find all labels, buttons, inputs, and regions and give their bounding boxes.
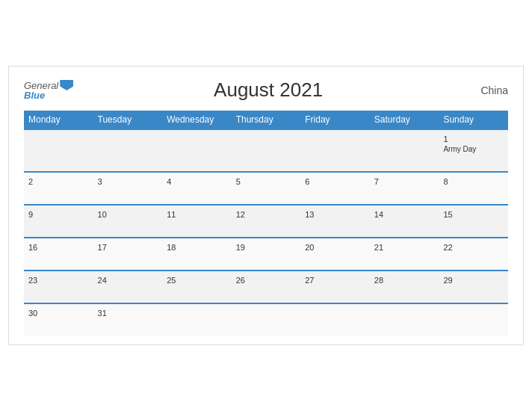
logo-general-text: General <box>24 81 58 90</box>
day-cell: 10 <box>93 205 163 238</box>
day-cell: 9 <box>24 205 93 238</box>
calendar-title: August 2021 <box>73 78 463 102</box>
day-cell: 25 <box>162 271 232 303</box>
weekday-header-saturday: Saturday <box>370 111 439 129</box>
day-cell <box>370 303 439 336</box>
day-cell: 18 <box>162 238 232 271</box>
day-number: 21 <box>374 243 435 252</box>
day-cell: 24 <box>93 271 163 303</box>
day-number: 18 <box>167 243 227 252</box>
week-row-3: 9101112131415 <box>24 205 508 238</box>
week-row-5: 23242526272829 <box>24 271 508 303</box>
day-cell: 3 <box>93 172 163 205</box>
day-cell <box>24 129 93 172</box>
day-number: 22 <box>443 243 504 252</box>
day-cell: 7 <box>370 172 439 205</box>
weekday-header-tuesday: Tuesday <box>93 111 163 129</box>
day-cell <box>439 303 508 336</box>
day-cell: 8 <box>439 172 508 205</box>
day-number: 11 <box>167 210 227 219</box>
weekday-header-monday: Monday <box>24 111 93 129</box>
day-number: 24 <box>98 276 158 285</box>
weekday-header-sunday: Sunday <box>439 111 508 129</box>
day-number: 23 <box>28 276 89 285</box>
day-cell: 21 <box>370 238 439 271</box>
day-cell <box>162 129 232 172</box>
day-number: 28 <box>374 276 435 285</box>
country-label: China <box>463 84 508 96</box>
day-cell <box>300 303 370 336</box>
day-cell <box>232 303 301 336</box>
day-cell: 28 <box>370 271 439 303</box>
day-cell: 5 <box>232 172 301 205</box>
day-cell <box>162 303 232 336</box>
week-row-6: 3031 <box>24 303 508 336</box>
day-cell <box>370 129 439 172</box>
day-number: 3 <box>98 177 158 186</box>
day-cell <box>232 129 301 172</box>
day-event: Army Day <box>443 145 504 153</box>
day-number: 17 <box>98 243 158 252</box>
day-cell: 6 <box>300 172 370 205</box>
day-cell: 11 <box>162 205 232 238</box>
day-cell <box>300 129 370 172</box>
weekday-header-friday: Friday <box>300 111 370 129</box>
day-cell: 12 <box>232 205 301 238</box>
day-cell <box>93 129 163 172</box>
day-number: 14 <box>374 210 435 219</box>
day-cell: 19 <box>232 238 301 271</box>
day-cell: 30 <box>24 303 93 336</box>
day-number: 5 <box>236 177 297 186</box>
day-number: 6 <box>305 177 365 186</box>
day-cell: 22 <box>439 238 508 271</box>
day-cell: 29 <box>439 271 508 303</box>
day-number: 15 <box>443 210 504 219</box>
day-number: 27 <box>305 276 365 285</box>
day-number: 25 <box>167 276 227 285</box>
day-number: 2 <box>28 177 89 186</box>
day-cell: 2 <box>24 172 93 205</box>
day-number: 7 <box>374 177 435 186</box>
day-cell: 23 <box>24 271 93 303</box>
logo-icon <box>60 80 73 90</box>
day-number: 13 <box>305 210 365 219</box>
day-cell: 27 <box>300 271 370 303</box>
day-cell: 14 <box>370 205 439 238</box>
day-number: 8 <box>443 177 504 186</box>
week-row-4: 16171819202122 <box>24 238 508 271</box>
week-row-1: 1Army Day <box>24 129 508 172</box>
day-number: 26 <box>236 276 297 285</box>
weekday-header-wednesday: Wednesday <box>162 111 232 129</box>
day-cell: 31 <box>93 303 163 336</box>
day-cell: 16 <box>24 238 93 271</box>
day-number: 4 <box>167 177 227 186</box>
day-cell: 1Army Day <box>439 129 508 172</box>
day-number: 20 <box>305 243 365 252</box>
day-cell: 26 <box>232 271 301 303</box>
day-number: 1 <box>443 135 504 143</box>
weekday-header-row: MondayTuesdayWednesdayThursdayFridaySatu… <box>24 111 508 129</box>
week-row-2: 2345678 <box>24 172 508 205</box>
day-number: 9 <box>28 210 89 219</box>
day-cell: 15 <box>439 205 508 238</box>
day-cell: 20 <box>300 238 370 271</box>
day-cell: 13 <box>300 205 370 238</box>
calendar-grid: MondayTuesdayWednesdayThursdayFridaySatu… <box>24 111 508 336</box>
day-number: 19 <box>236 243 297 252</box>
calendar-header: General Blue August 2021 China <box>24 78 508 102</box>
calendar-container: General Blue August 2021 China MondayTue… <box>8 66 524 345</box>
day-number: 30 <box>28 309 89 318</box>
day-cell: 4 <box>162 172 232 205</box>
day-number: 10 <box>98 210 158 219</box>
day-number: 31 <box>98 309 158 318</box>
day-number: 16 <box>28 243 89 252</box>
logo: General Blue <box>24 80 73 100</box>
day-cell: 17 <box>93 238 163 271</box>
day-number: 29 <box>443 276 504 285</box>
weekday-header-thursday: Thursday <box>232 111 301 129</box>
day-number: 12 <box>236 210 297 219</box>
logo-blue-text: Blue <box>24 90 73 100</box>
